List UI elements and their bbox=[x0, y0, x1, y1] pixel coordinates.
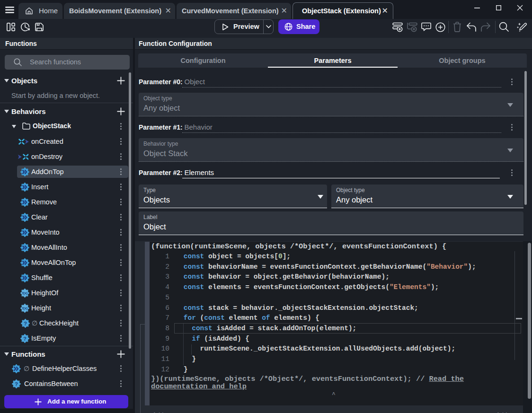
svg-text:f(x): f(x) bbox=[22, 306, 28, 310]
svg-text:?: ? bbox=[24, 321, 27, 326]
svg-text:f(x): f(x) bbox=[22, 291, 28, 295]
svg-text:?: ? bbox=[23, 336, 27, 342]
svg-text:?: ? bbox=[15, 381, 18, 387]
